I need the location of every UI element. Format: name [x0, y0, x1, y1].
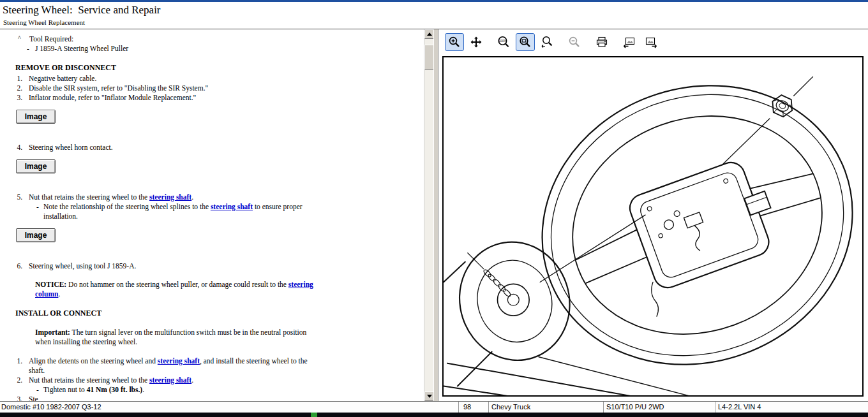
- remove-step-6: 6. Steering wheel, using tool J 1859-A.: [13, 261, 424, 271]
- steering-shaft-link[interactable]: steering shaft: [158, 357, 200, 365]
- steering-shaft-link[interactable]: steering shaft: [149, 193, 191, 201]
- step-number: 1.: [13, 356, 29, 376]
- zoom-in-icon: [447, 36, 461, 48]
- step-text-segment: .: [191, 376, 193, 384]
- remove-step-5: 5. Nut that retains the steering wheel t…: [13, 193, 424, 202]
- substep-text: Tighten nut to 41 Nm (30 ft. lbs.).: [43, 385, 144, 395]
- previous-image-icon: [622, 36, 636, 48]
- step-number: 4.: [13, 143, 29, 152]
- tool-required-label: Tool Required:: [29, 34, 424, 44]
- tool-item-text: J 1859-A Steering Wheel Puller: [35, 44, 128, 54]
- notice-label: NOTICE:: [35, 281, 66, 288]
- important-label: Important:: [35, 328, 70, 336]
- steering-shaft-link[interactable]: steering shaft: [211, 203, 253, 210]
- step-text-segment: Tighten nut to: [43, 386, 87, 393]
- install-step-2-sub: - Tighten nut to 41 Nm (30 ft. lbs.).: [35, 385, 424, 395]
- status-database: Domestic #10 1982-2007 Q3-12: [0, 402, 459, 413]
- image-button-3[interactable]: Image: [16, 228, 56, 242]
- install-step-1: 1. Align the detents on the steering whe…: [13, 356, 424, 376]
- taskbar-icon-fragment: [311, 413, 317, 417]
- step-number: 6.: [13, 261, 29, 271]
- step-text-segment: .: [191, 193, 193, 201]
- status-bar: Domestic #10 1982-2007 Q3-12 98 Chevy Tr…: [0, 401, 868, 413]
- panel-splitter[interactable]: [433, 29, 438, 401]
- image-button-2[interactable]: Image: [16, 159, 56, 173]
- remove-step-3: 3. Inflator module, refer to "Inflator M…: [13, 93, 424, 103]
- step-number: 1.: [13, 74, 29, 84]
- install-heading: INSTALL OR CONNECT: [15, 309, 424, 318]
- print-icon: [595, 36, 609, 48]
- next-image-icon: [644, 36, 658, 48]
- zoom-out-icon: [567, 36, 581, 48]
- dash-bullet: -: [35, 385, 43, 395]
- steering-wheel-illustration: [444, 57, 862, 395]
- dash-bullet: -: [35, 202, 43, 221]
- zoom-out-button[interactable]: [565, 33, 584, 51]
- fit-window-button[interactable]: [516, 33, 535, 51]
- status-model: S10/T10 P/U 2WD: [604, 402, 715, 413]
- step-number: 2.: [13, 84, 29, 93]
- torque-value: 41 Nm (30 ft. lbs.): [87, 386, 143, 393]
- step-number: 3.: [13, 395, 29, 401]
- step-text: Inflator module, refer to "Inflator Modu…: [29, 93, 196, 103]
- install-step-2: 2. Nut that retains the steering wheel t…: [13, 376, 424, 385]
- doc-scrollbar[interactable]: [424, 29, 433, 401]
- illustration-frame: [442, 56, 864, 397]
- zoom-in-button[interactable]: [445, 33, 464, 51]
- zoom-dynamic-button[interactable]: [537, 33, 557, 51]
- notice-text-end: .: [58, 290, 60, 298]
- scroll-down-icon: [427, 395, 432, 398]
- step-text-segment: .: [142, 386, 144, 393]
- zoom-actual-button[interactable]: 100%: [494, 33, 513, 51]
- remove-step-4: 4. Steering wheel horn contact.: [13, 143, 424, 152]
- step-text: Negative battery cable.: [29, 74, 96, 84]
- install-step-3-clipped: 3. Ste: [13, 395, 424, 401]
- notice-paragraph: NOTICE: Do not hammer on the steering wh…: [35, 280, 322, 299]
- step-text-segment: Nut that retains the steering wheel to t…: [29, 376, 149, 384]
- collapse-marker[interactable]: ^: [18, 34, 21, 42]
- steering-shaft-link[interactable]: steering shaft: [149, 376, 191, 384]
- print-button[interactable]: [592, 33, 611, 51]
- step-text: Disable the SIR system, refer to "Disabl…: [29, 84, 208, 93]
- tool-required-item: - J 1859-A Steering Wheel Puller: [27, 44, 424, 54]
- dash-bullet: -: [27, 44, 35, 54]
- important-text: The turn signal lever on the multifuncti…: [35, 328, 306, 346]
- next-image-button[interactable]: [641, 33, 661, 51]
- previous-image-button[interactable]: [620, 33, 639, 51]
- scroll-up-icon: [427, 33, 432, 36]
- pan-icon: [469, 36, 483, 48]
- remove-step-1: 1. Negative battery cable.: [13, 74, 424, 84]
- taskbar-strip: [0, 413, 868, 417]
- document-header: Steering Wheel: Service and Repair Steer…: [0, 2, 868, 29]
- fit-window-icon: [518, 36, 532, 48]
- substep-text: Note the relationship of the steering wh…: [43, 202, 311, 221]
- step-text-segment: Nut that retains the steering wheel to t…: [29, 193, 149, 201]
- svg-text:100%: 100%: [498, 39, 507, 43]
- remove-heading: REMOVE OR DISCONNECT: [15, 63, 424, 73]
- remove-step-2: 2. Disable the SIR system, refer to "Dis…: [13, 84, 424, 93]
- step-text-segment: Note the relationship of the steering wh…: [43, 203, 211, 210]
- image-toolbar: 100%: [445, 32, 663, 52]
- scrollbar-thumb[interactable]: [424, 45, 434, 70]
- scrollbar-down-button[interactable]: [424, 391, 434, 401]
- pan-button[interactable]: [467, 33, 486, 51]
- status-page-number: 98: [459, 402, 489, 413]
- step-number: 2.: [13, 376, 29, 385]
- scrollbar-up-button[interactable]: [424, 29, 434, 39]
- notice-text: Do not hammer on the steering wheel pull…: [66, 281, 288, 288]
- step-text: Ste: [29, 395, 38, 401]
- step-text: Nut that retains the steering wheel to t…: [29, 376, 193, 385]
- image-button-1[interactable]: Image: [16, 110, 56, 124]
- important-paragraph: Important: The turn signal lever on the …: [35, 328, 322, 347]
- step-text-segment: Align the detents on the steering wheel …: [29, 357, 158, 365]
- service-manual-window: Steering Wheel: Service and Repair Steer…: [0, 0, 868, 417]
- step-number: 3.: [13, 93, 29, 103]
- page-subtitle: Steering Wheel Replacement: [3, 18, 868, 26]
- step-text: Steering wheel horn contact.: [29, 143, 113, 152]
- procedure-text-panel: ^ Tool Required: - J 1859-A Steering Whe…: [0, 29, 424, 401]
- step-number: 5.: [13, 193, 29, 202]
- zoom-dynamic-icon: [540, 36, 554, 48]
- status-engine: L4-2.2L VIN 4: [715, 402, 868, 413]
- step-text: Steering wheel, using tool J 1859-A.: [29, 261, 136, 271]
- page-title: Steering Wheel: Service and Repair: [3, 4, 868, 17]
